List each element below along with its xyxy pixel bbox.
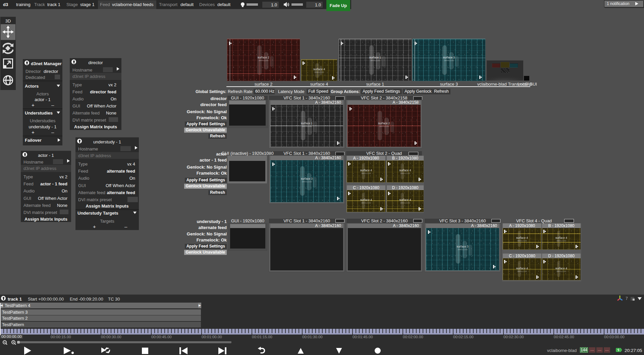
svg-text:7: 7 [626,296,628,301]
